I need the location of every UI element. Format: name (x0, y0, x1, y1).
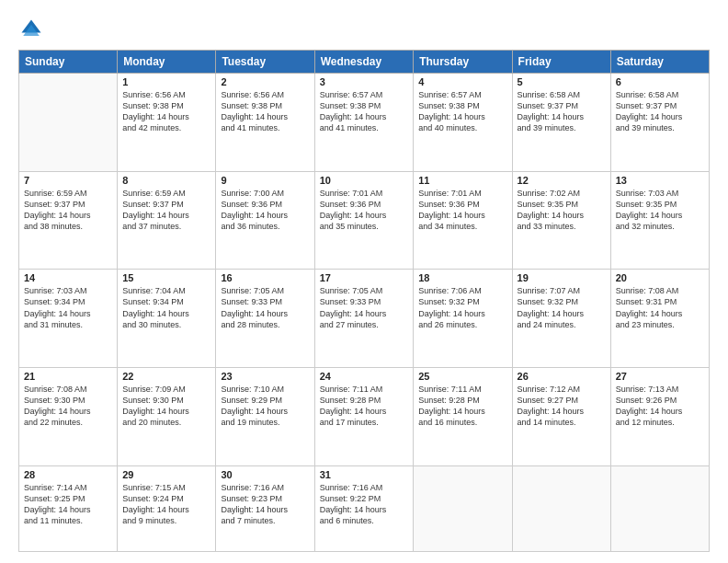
header (18, 17, 710, 42)
day-number: 6 (616, 76, 704, 87)
day-info: Sunrise: 6:56 AM Sunset: 9:38 PM Dayligh… (221, 89, 309, 134)
calendar-cell: 31Sunrise: 7:16 AM Sunset: 9:22 PM Dayli… (314, 465, 414, 551)
day-info: Sunrise: 7:08 AM Sunset: 9:30 PM Dayligh… (24, 384, 112, 429)
day-info: Sunrise: 7:05 AM Sunset: 9:33 PM Dayligh… (320, 285, 409, 330)
day-number: 1 (122, 76, 210, 87)
weekday-header-monday: Monday (118, 51, 216, 74)
weekday-header-sunday: Sunday (19, 51, 118, 74)
calendar-cell: 7Sunrise: 6:59 AM Sunset: 9:37 PM Daylig… (19, 171, 118, 270)
weekday-header-friday: Friday (512, 51, 610, 74)
day-number: 4 (418, 76, 506, 87)
calendar-week-row: 21Sunrise: 7:08 AM Sunset: 9:30 PM Dayli… (19, 367, 710, 465)
day-number: 10 (320, 175, 409, 186)
calendar-cell (512, 465, 610, 551)
calendar-cell: 14Sunrise: 7:03 AM Sunset: 9:34 PM Dayli… (19, 270, 118, 368)
calendar-cell (610, 465, 709, 551)
day-number: 23 (221, 371, 309, 382)
calendar-cell: 22Sunrise: 7:09 AM Sunset: 9:30 PM Dayli… (118, 367, 216, 465)
day-number: 27 (616, 371, 704, 382)
calendar-cell: 23Sunrise: 7:10 AM Sunset: 9:29 PM Dayli… (216, 367, 314, 465)
day-info: Sunrise: 7:07 AM Sunset: 9:32 PM Dayligh… (518, 285, 606, 330)
day-info: Sunrise: 6:57 AM Sunset: 9:38 PM Dayligh… (320, 89, 409, 134)
calendar-cell: 18Sunrise: 7:06 AM Sunset: 9:32 PM Dayli… (414, 270, 512, 368)
day-number: 18 (418, 272, 506, 283)
day-number: 26 (518, 371, 606, 382)
calendar-cell: 21Sunrise: 7:08 AM Sunset: 9:30 PM Dayli… (19, 367, 118, 465)
day-number: 11 (418, 175, 506, 186)
day-number: 20 (616, 272, 704, 283)
calendar-cell: 13Sunrise: 7:03 AM Sunset: 9:35 PM Dayli… (610, 171, 709, 270)
day-info: Sunrise: 6:59 AM Sunset: 9:37 PM Dayligh… (24, 188, 112, 233)
day-number: 31 (320, 469, 409, 480)
calendar-week-row: 7Sunrise: 6:59 AM Sunset: 9:37 PM Daylig… (19, 171, 710, 270)
logo-icon (18, 17, 44, 42)
day-info: Sunrise: 7:02 AM Sunset: 9:35 PM Dayligh… (518, 188, 606, 233)
day-info: Sunrise: 7:14 AM Sunset: 9:25 PM Dayligh… (24, 482, 112, 527)
weekday-header-thursday: Thursday (414, 51, 512, 74)
calendar-week-row: 14Sunrise: 7:03 AM Sunset: 9:34 PM Dayli… (19, 270, 710, 368)
day-info: Sunrise: 7:05 AM Sunset: 9:33 PM Dayligh… (221, 285, 309, 330)
day-info: Sunrise: 7:08 AM Sunset: 9:31 PM Dayligh… (616, 285, 704, 330)
logo (18, 17, 48, 42)
calendar-cell: 6Sunrise: 6:58 AM Sunset: 9:37 PM Daylig… (610, 74, 709, 172)
day-number: 15 (122, 272, 210, 283)
day-info: Sunrise: 7:00 AM Sunset: 9:36 PM Dayligh… (221, 188, 309, 233)
day-info: Sunrise: 7:04 AM Sunset: 9:34 PM Dayligh… (122, 285, 210, 330)
weekday-header-saturday: Saturday (610, 51, 709, 74)
calendar-cell: 24Sunrise: 7:11 AM Sunset: 9:28 PM Dayli… (314, 367, 414, 465)
day-info: Sunrise: 7:11 AM Sunset: 9:28 PM Dayligh… (320, 384, 409, 429)
calendar-cell: 3Sunrise: 6:57 AM Sunset: 9:38 PM Daylig… (314, 74, 414, 172)
day-info: Sunrise: 7:03 AM Sunset: 9:35 PM Dayligh… (616, 188, 704, 233)
calendar-week-row: 1Sunrise: 6:56 AM Sunset: 9:38 PM Daylig… (19, 74, 710, 172)
day-info: Sunrise: 7:01 AM Sunset: 9:36 PM Dayligh… (320, 188, 409, 233)
calendar-cell: 29Sunrise: 7:15 AM Sunset: 9:24 PM Dayli… (118, 465, 216, 551)
calendar-cell: 9Sunrise: 7:00 AM Sunset: 9:36 PM Daylig… (216, 171, 314, 270)
day-number: 29 (122, 469, 210, 480)
day-number: 14 (24, 272, 112, 283)
day-info: Sunrise: 6:58 AM Sunset: 9:37 PM Dayligh… (616, 89, 704, 134)
calendar-cell: 5Sunrise: 6:58 AM Sunset: 9:37 PM Daylig… (512, 74, 610, 172)
calendar-cell: 15Sunrise: 7:04 AM Sunset: 9:34 PM Dayli… (118, 270, 216, 368)
day-number: 28 (24, 469, 112, 480)
calendar-cell: 8Sunrise: 6:59 AM Sunset: 9:37 PM Daylig… (118, 171, 216, 270)
calendar-cell: 26Sunrise: 7:12 AM Sunset: 9:27 PM Dayli… (512, 367, 610, 465)
day-info: Sunrise: 7:12 AM Sunset: 9:27 PM Dayligh… (518, 384, 606, 429)
calendar-cell: 1Sunrise: 6:56 AM Sunset: 9:38 PM Daylig… (118, 74, 216, 172)
weekday-header-row: SundayMondayTuesdayWednesdayThursdayFrid… (19, 51, 710, 74)
day-info: Sunrise: 6:59 AM Sunset: 9:37 PM Dayligh… (122, 188, 210, 233)
calendar-cell: 25Sunrise: 7:11 AM Sunset: 9:28 PM Dayli… (414, 367, 512, 465)
day-number: 9 (221, 175, 309, 186)
day-number: 25 (418, 371, 506, 382)
day-number: 7 (24, 175, 112, 186)
day-number: 12 (518, 175, 606, 186)
calendar-cell: 28Sunrise: 7:14 AM Sunset: 9:25 PM Dayli… (19, 465, 118, 551)
calendar-cell: 4Sunrise: 6:57 AM Sunset: 9:38 PM Daylig… (414, 74, 512, 172)
day-number: 21 (24, 371, 112, 382)
day-info: Sunrise: 7:06 AM Sunset: 9:32 PM Dayligh… (418, 285, 506, 330)
calendar-cell (414, 465, 512, 551)
calendar-cell: 12Sunrise: 7:02 AM Sunset: 9:35 PM Dayli… (512, 171, 610, 270)
calendar-cell: 27Sunrise: 7:13 AM Sunset: 9:26 PM Dayli… (610, 367, 709, 465)
calendar-cell: 10Sunrise: 7:01 AM Sunset: 9:36 PM Dayli… (314, 171, 414, 270)
day-number: 16 (221, 272, 309, 283)
day-info: Sunrise: 7:15 AM Sunset: 9:24 PM Dayligh… (122, 482, 210, 527)
day-info: Sunrise: 7:01 AM Sunset: 9:36 PM Dayligh… (418, 188, 506, 233)
calendar-table: SundayMondayTuesdayWednesdayThursdayFrid… (18, 50, 710, 552)
page: SundayMondayTuesdayWednesdayThursdayFrid… (0, 0, 728, 563)
day-number: 19 (518, 272, 606, 283)
day-number: 17 (320, 272, 409, 283)
day-number: 22 (122, 371, 210, 382)
day-info: Sunrise: 7:13 AM Sunset: 9:26 PM Dayligh… (616, 384, 704, 429)
day-info: Sunrise: 6:57 AM Sunset: 9:38 PM Dayligh… (418, 89, 506, 134)
calendar-cell: 11Sunrise: 7:01 AM Sunset: 9:36 PM Dayli… (414, 171, 512, 270)
weekday-header-tuesday: Tuesday (216, 51, 314, 74)
day-number: 8 (122, 175, 210, 186)
calendar-cell: 16Sunrise: 7:05 AM Sunset: 9:33 PM Dayli… (216, 270, 314, 368)
calendar-cell: 19Sunrise: 7:07 AM Sunset: 9:32 PM Dayli… (512, 270, 610, 368)
calendar-cell: 17Sunrise: 7:05 AM Sunset: 9:33 PM Dayli… (314, 270, 414, 368)
calendar-cell (19, 74, 118, 172)
day-info: Sunrise: 7:09 AM Sunset: 9:30 PM Dayligh… (122, 384, 210, 429)
weekday-header-wednesday: Wednesday (314, 51, 414, 74)
day-number: 13 (616, 175, 704, 186)
calendar-week-row: 28Sunrise: 7:14 AM Sunset: 9:25 PM Dayli… (19, 465, 710, 551)
